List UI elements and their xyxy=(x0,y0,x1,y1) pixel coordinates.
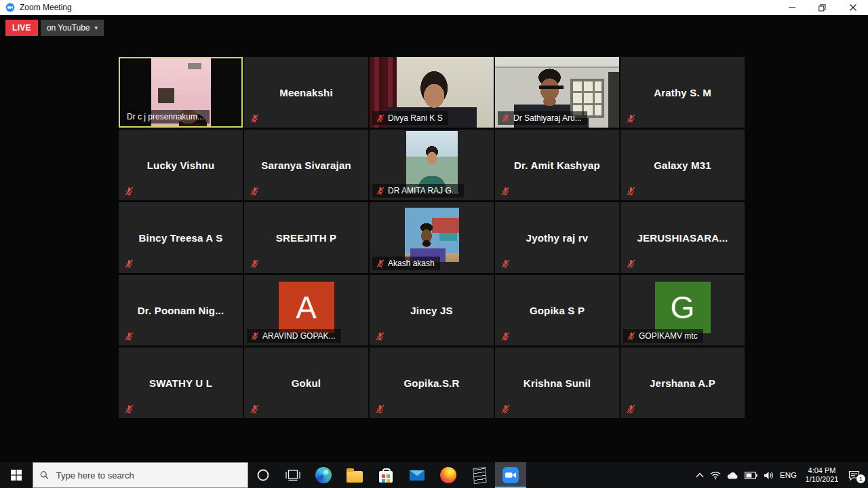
corner-muted-mic-icon xyxy=(501,187,510,195)
name-label-text: Dr c j presennakum... xyxy=(127,112,204,121)
mail-icon xyxy=(410,470,425,481)
taskbar-app-zoom[interactable] xyxy=(495,462,526,488)
video-thumbnail xyxy=(405,208,459,262)
action-center-button[interactable]: 1 xyxy=(848,470,860,481)
edge-icon xyxy=(315,467,332,483)
participant-name: Jershana A.P xyxy=(620,348,745,418)
cortana-icon xyxy=(256,468,270,482)
firefox-icon xyxy=(440,467,456,483)
taskbar: ENG 4:04 PM 1/10/2021 1 xyxy=(0,462,868,488)
participant-tile[interactable]: Akash akash xyxy=(370,202,494,273)
battery-icon xyxy=(745,472,757,479)
participant-name: Meenakshi xyxy=(244,57,368,128)
microsoft-store-icon xyxy=(379,471,393,483)
language-indicator[interactable]: ENG xyxy=(780,471,797,479)
participant-name: Gopika S P xyxy=(495,275,619,345)
participant-tile[interactable]: Jershana A.P xyxy=(620,348,745,418)
volume-tray-button[interactable] xyxy=(764,471,774,480)
participant-tile[interactable]: Dr. Amit Kashyap xyxy=(495,130,619,200)
participant-tile[interactable]: Bincy Treesa A S xyxy=(119,202,243,273)
participant-tile[interactable]: Gopika S P xyxy=(495,275,619,345)
taskbar-app-edge[interactable] xyxy=(308,462,339,488)
participant-name: Jyothy raj rv xyxy=(495,202,619,273)
taskbar-app-mail[interactable] xyxy=(401,462,433,488)
corner-muted-mic-icon xyxy=(501,405,510,413)
corner-muted-mic-icon xyxy=(125,259,134,268)
participant-tile[interactable]: Divya Rani K S xyxy=(370,57,494,128)
corner-muted-mic-icon xyxy=(627,114,635,123)
minimize-button[interactable] xyxy=(776,0,807,15)
participant-tile[interactable]: Meenakshi xyxy=(244,57,368,128)
label-muted-mic-icon xyxy=(502,114,510,122)
participant-tile[interactable]: Arathy S. M xyxy=(620,57,745,128)
participant-tile[interactable]: DR AMITA RAJ G... xyxy=(370,130,494,200)
title-bar: Zoom Meeting xyxy=(0,0,868,15)
start-button[interactable] xyxy=(0,462,33,488)
participant-tile[interactable]: Gopika.S.R xyxy=(370,348,494,418)
label-muted-mic-icon xyxy=(251,332,259,340)
clock[interactable]: 4:04 PM 1/10/2021 xyxy=(803,466,841,484)
corner-muted-mic-icon xyxy=(250,114,259,123)
corner-muted-mic-icon xyxy=(125,332,134,341)
youtube-stream-label: on YouTube xyxy=(47,23,90,33)
name-label-text: ARAVIND GOPAK... xyxy=(262,331,336,341)
participant-tile[interactable]: Lucky Vishnu xyxy=(119,130,243,200)
participant-name: SREEJITH P xyxy=(244,202,368,273)
participant-tile[interactable]: Galaxy M31 xyxy=(620,130,745,200)
participant-tile[interactable]: A ARAVIND GOPAK... xyxy=(244,275,368,345)
corner-muted-mic-icon xyxy=(250,405,259,413)
taskbar-app-firefox[interactable] xyxy=(433,462,464,488)
cortana-button[interactable] xyxy=(248,462,278,488)
label-muted-mic-icon xyxy=(376,187,384,195)
video-thumbnail xyxy=(406,131,458,192)
participant-tile[interactable]: SREEJITH P xyxy=(244,202,368,273)
window-controls xyxy=(776,0,868,15)
participant-tile[interactable]: SWATHY U L xyxy=(119,348,243,418)
youtube-stream-dropdown[interactable]: on YouTube ▾ xyxy=(41,20,104,36)
system-tray: ENG 4:04 PM 1/10/2021 1 xyxy=(693,462,868,488)
participant-tile[interactable]: JERUSHIASARA... xyxy=(620,202,745,273)
corner-muted-mic-icon xyxy=(125,405,134,413)
chevron-down-icon: ▾ xyxy=(95,24,98,31)
participant-tile[interactable]: Jincy JS xyxy=(370,275,494,345)
letter-avatar: A xyxy=(279,282,334,333)
participant-tile[interactable]: Saranya Sivarajan xyxy=(244,130,368,200)
search-input[interactable] xyxy=(55,470,241,481)
participant-name: SWATHY U L xyxy=(119,348,243,418)
participant-tile[interactable]: Gokul xyxy=(244,348,368,418)
close-button[interactable] xyxy=(837,0,868,15)
participant-tile[interactable]: Dr c j presennakum... xyxy=(119,57,243,128)
wifi-tray-button[interactable] xyxy=(710,471,721,480)
participant-name: Saranya Sivarajan xyxy=(244,130,368,200)
participant-tile[interactable]: Dr. Poonam Nig... xyxy=(119,275,243,345)
name-label: Akash akash xyxy=(372,257,440,270)
corner-muted-mic-icon xyxy=(627,187,635,195)
speaker-icon xyxy=(764,471,774,480)
file-explorer-icon xyxy=(347,471,363,483)
onedrive-tray-button[interactable] xyxy=(727,472,738,479)
name-label: GOPIKAMV mtc xyxy=(623,329,703,343)
live-banner: LIVE on YouTube ▾ xyxy=(5,20,104,36)
wifi-icon xyxy=(710,471,721,480)
name-label: ARAVIND GOPAK... xyxy=(247,329,341,343)
task-view-icon xyxy=(285,469,300,481)
participant-tile[interactable]: Krishna Sunil xyxy=(495,348,619,418)
participant-tile[interactable]: G GOPIKAMV mtc xyxy=(620,275,745,345)
participant-name: Krishna Sunil xyxy=(495,348,619,418)
corner-muted-mic-icon xyxy=(501,332,510,341)
taskbar-app-file-explorer[interactable] xyxy=(339,462,370,488)
participant-tile[interactable]: Dr Sathiyaraj Aru... xyxy=(495,57,619,128)
taskbar-app-microsoft-store[interactable] xyxy=(370,462,401,488)
taskbar-app-notepad[interactable] xyxy=(464,462,495,488)
tray-date: 1/10/2021 xyxy=(803,475,841,484)
battery-tray-button[interactable] xyxy=(745,472,757,479)
participant-tile[interactable]: Jyothy raj rv xyxy=(495,202,619,273)
taskbar-search[interactable] xyxy=(33,462,248,488)
task-view-button[interactable] xyxy=(278,462,308,488)
name-label: Dr c j presennakum... xyxy=(123,110,210,124)
show-hidden-icons-button[interactable] xyxy=(696,472,704,478)
participant-grid: Dr c j presennakum... Meenakshi Div xyxy=(119,57,745,418)
restore-button[interactable] xyxy=(807,0,837,15)
name-label-text: Dr Sathiyaraj Aru... xyxy=(513,113,582,123)
name-label-text: Divya Rani K S xyxy=(388,113,443,123)
